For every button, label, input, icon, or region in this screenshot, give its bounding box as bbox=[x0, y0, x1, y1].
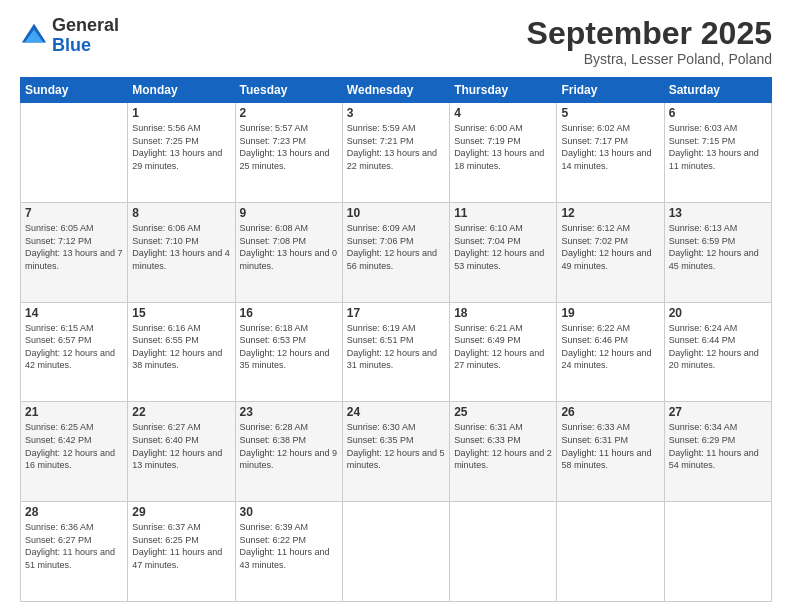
logo: General Blue bbox=[20, 16, 119, 56]
calendar-cell: 22 Sunrise: 6:27 AMSunset: 6:40 PMDaylig… bbox=[128, 402, 235, 502]
header-monday: Monday bbox=[128, 78, 235, 103]
day-info: Sunrise: 6:12 AMSunset: 7:02 PMDaylight:… bbox=[561, 222, 659, 272]
day-number: 20 bbox=[669, 306, 767, 320]
day-number: 26 bbox=[561, 405, 659, 419]
day-info: Sunrise: 6:09 AMSunset: 7:06 PMDaylight:… bbox=[347, 222, 445, 272]
day-number: 22 bbox=[132, 405, 230, 419]
day-info: Sunrise: 6:36 AMSunset: 6:27 PMDaylight:… bbox=[25, 521, 123, 571]
day-info: Sunrise: 6:28 AMSunset: 6:38 PMDaylight:… bbox=[240, 421, 338, 471]
logo-blue-text: Blue bbox=[52, 35, 91, 55]
logo-general-text: General bbox=[52, 15, 119, 35]
day-info: Sunrise: 6:00 AMSunset: 7:19 PMDaylight:… bbox=[454, 122, 552, 172]
day-number: 3 bbox=[347, 106, 445, 120]
day-number: 1 bbox=[132, 106, 230, 120]
calendar-cell: 13 Sunrise: 6:13 AMSunset: 6:59 PMDaylig… bbox=[664, 202, 771, 302]
day-info: Sunrise: 6:31 AMSunset: 6:33 PMDaylight:… bbox=[454, 421, 552, 471]
calendar-cell: 19 Sunrise: 6:22 AMSunset: 6:46 PMDaylig… bbox=[557, 302, 664, 402]
day-info: Sunrise: 5:56 AMSunset: 7:25 PMDaylight:… bbox=[132, 122, 230, 172]
day-number: 27 bbox=[669, 405, 767, 419]
day-number: 9 bbox=[240, 206, 338, 220]
calendar-cell: 25 Sunrise: 6:31 AMSunset: 6:33 PMDaylig… bbox=[450, 402, 557, 502]
day-number: 6 bbox=[669, 106, 767, 120]
header-wednesday: Wednesday bbox=[342, 78, 449, 103]
day-number: 19 bbox=[561, 306, 659, 320]
day-info: Sunrise: 5:59 AMSunset: 7:21 PMDaylight:… bbox=[347, 122, 445, 172]
day-info: Sunrise: 6:30 AMSunset: 6:35 PMDaylight:… bbox=[347, 421, 445, 471]
day-info: Sunrise: 6:06 AMSunset: 7:10 PMDaylight:… bbox=[132, 222, 230, 272]
day-info: Sunrise: 6:27 AMSunset: 6:40 PMDaylight:… bbox=[132, 421, 230, 471]
week-row-4: 21 Sunrise: 6:25 AMSunset: 6:42 PMDaylig… bbox=[21, 402, 772, 502]
calendar-cell: 27 Sunrise: 6:34 AMSunset: 6:29 PMDaylig… bbox=[664, 402, 771, 502]
day-number: 7 bbox=[25, 206, 123, 220]
day-number: 11 bbox=[454, 206, 552, 220]
calendar-cell: 10 Sunrise: 6:09 AMSunset: 7:06 PMDaylig… bbox=[342, 202, 449, 302]
calendar-cell bbox=[342, 502, 449, 602]
calendar-cell: 28 Sunrise: 6:36 AMSunset: 6:27 PMDaylig… bbox=[21, 502, 128, 602]
day-info: Sunrise: 6:18 AMSunset: 6:53 PMDaylight:… bbox=[240, 322, 338, 372]
calendar-cell: 14 Sunrise: 6:15 AMSunset: 6:57 PMDaylig… bbox=[21, 302, 128, 402]
day-number: 2 bbox=[240, 106, 338, 120]
week-row-5: 28 Sunrise: 6:36 AMSunset: 6:27 PMDaylig… bbox=[21, 502, 772, 602]
day-info: Sunrise: 6:02 AMSunset: 7:17 PMDaylight:… bbox=[561, 122, 659, 172]
day-number: 24 bbox=[347, 405, 445, 419]
week-row-2: 7 Sunrise: 6:05 AMSunset: 7:12 PMDayligh… bbox=[21, 202, 772, 302]
day-info: Sunrise: 6:21 AMSunset: 6:49 PMDaylight:… bbox=[454, 322, 552, 372]
day-number: 18 bbox=[454, 306, 552, 320]
day-info: Sunrise: 6:24 AMSunset: 6:44 PMDaylight:… bbox=[669, 322, 767, 372]
calendar-cell bbox=[21, 103, 128, 203]
calendar-cell: 21 Sunrise: 6:25 AMSunset: 6:42 PMDaylig… bbox=[21, 402, 128, 502]
day-number: 13 bbox=[669, 206, 767, 220]
logo-icon bbox=[20, 22, 48, 50]
calendar-cell bbox=[664, 502, 771, 602]
day-info: Sunrise: 6:33 AMSunset: 6:31 PMDaylight:… bbox=[561, 421, 659, 471]
calendar-cell: 18 Sunrise: 6:21 AMSunset: 6:49 PMDaylig… bbox=[450, 302, 557, 402]
calendar-header-row: Sunday Monday Tuesday Wednesday Thursday… bbox=[21, 78, 772, 103]
header: General Blue September 2025 Bystra, Less… bbox=[20, 16, 772, 67]
day-info: Sunrise: 6:08 AMSunset: 7:08 PMDaylight:… bbox=[240, 222, 338, 272]
calendar-cell: 15 Sunrise: 6:16 AMSunset: 6:55 PMDaylig… bbox=[128, 302, 235, 402]
day-info: Sunrise: 6:39 AMSunset: 6:22 PMDaylight:… bbox=[240, 521, 338, 571]
day-number: 17 bbox=[347, 306, 445, 320]
calendar-cell: 7 Sunrise: 6:05 AMSunset: 7:12 PMDayligh… bbox=[21, 202, 128, 302]
calendar-table: Sunday Monday Tuesday Wednesday Thursday… bbox=[20, 77, 772, 602]
day-number: 14 bbox=[25, 306, 123, 320]
calendar-cell: 4 Sunrise: 6:00 AMSunset: 7:19 PMDayligh… bbox=[450, 103, 557, 203]
day-info: Sunrise: 6:03 AMSunset: 7:15 PMDaylight:… bbox=[669, 122, 767, 172]
calendar-cell: 2 Sunrise: 5:57 AMSunset: 7:23 PMDayligh… bbox=[235, 103, 342, 203]
day-info: Sunrise: 6:10 AMSunset: 7:04 PMDaylight:… bbox=[454, 222, 552, 272]
calendar-cell: 3 Sunrise: 5:59 AMSunset: 7:21 PMDayligh… bbox=[342, 103, 449, 203]
calendar-cell: 29 Sunrise: 6:37 AMSunset: 6:25 PMDaylig… bbox=[128, 502, 235, 602]
day-number: 5 bbox=[561, 106, 659, 120]
calendar-cell: 23 Sunrise: 6:28 AMSunset: 6:38 PMDaylig… bbox=[235, 402, 342, 502]
calendar-cell: 6 Sunrise: 6:03 AMSunset: 7:15 PMDayligh… bbox=[664, 103, 771, 203]
header-thursday: Thursday bbox=[450, 78, 557, 103]
day-info: Sunrise: 6:16 AMSunset: 6:55 PMDaylight:… bbox=[132, 322, 230, 372]
day-number: 21 bbox=[25, 405, 123, 419]
day-number: 12 bbox=[561, 206, 659, 220]
week-row-3: 14 Sunrise: 6:15 AMSunset: 6:57 PMDaylig… bbox=[21, 302, 772, 402]
header-saturday: Saturday bbox=[664, 78, 771, 103]
calendar-cell: 5 Sunrise: 6:02 AMSunset: 7:17 PMDayligh… bbox=[557, 103, 664, 203]
day-info: Sunrise: 6:37 AMSunset: 6:25 PMDaylight:… bbox=[132, 521, 230, 571]
location-subtitle: Bystra, Lesser Poland, Poland bbox=[527, 51, 772, 67]
calendar-cell bbox=[557, 502, 664, 602]
day-number: 25 bbox=[454, 405, 552, 419]
header-friday: Friday bbox=[557, 78, 664, 103]
day-number: 16 bbox=[240, 306, 338, 320]
calendar-cell: 20 Sunrise: 6:24 AMSunset: 6:44 PMDaylig… bbox=[664, 302, 771, 402]
day-number: 4 bbox=[454, 106, 552, 120]
calendar-cell bbox=[450, 502, 557, 602]
day-info: Sunrise: 6:15 AMSunset: 6:57 PMDaylight:… bbox=[25, 322, 123, 372]
calendar-cell: 11 Sunrise: 6:10 AMSunset: 7:04 PMDaylig… bbox=[450, 202, 557, 302]
calendar-cell: 24 Sunrise: 6:30 AMSunset: 6:35 PMDaylig… bbox=[342, 402, 449, 502]
header-tuesday: Tuesday bbox=[235, 78, 342, 103]
day-info: Sunrise: 6:34 AMSunset: 6:29 PMDaylight:… bbox=[669, 421, 767, 471]
calendar-cell: 30 Sunrise: 6:39 AMSunset: 6:22 PMDaylig… bbox=[235, 502, 342, 602]
calendar-cell: 1 Sunrise: 5:56 AMSunset: 7:25 PMDayligh… bbox=[128, 103, 235, 203]
day-info: Sunrise: 6:25 AMSunset: 6:42 PMDaylight:… bbox=[25, 421, 123, 471]
page: General Blue September 2025 Bystra, Less… bbox=[0, 0, 792, 612]
day-number: 29 bbox=[132, 505, 230, 519]
day-number: 8 bbox=[132, 206, 230, 220]
day-number: 28 bbox=[25, 505, 123, 519]
day-info: Sunrise: 6:22 AMSunset: 6:46 PMDaylight:… bbox=[561, 322, 659, 372]
